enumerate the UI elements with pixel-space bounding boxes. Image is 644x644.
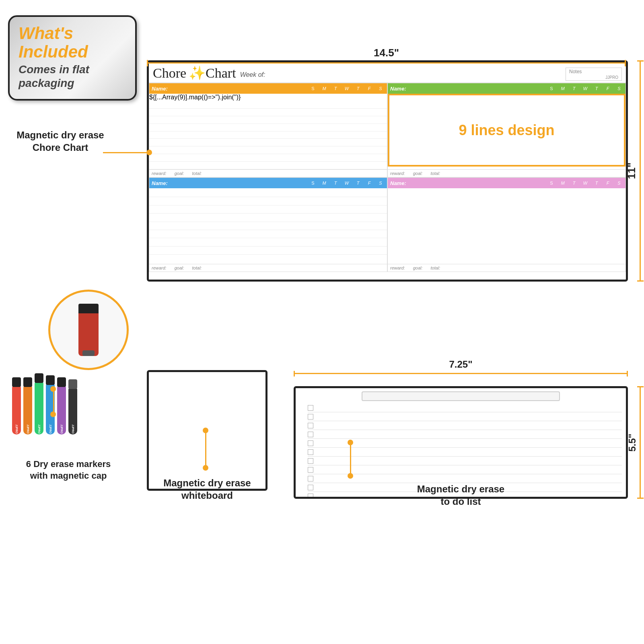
whats-included-title: What's Included	[19, 24, 126, 61]
orange-lines: ${[...Array(9)].map(()=>'').join('')}	[149, 94, 387, 169]
chore-chart-label: Magnetic dry eraseChore Chart	[16, 129, 105, 154]
markers-section: JJPRO JJPRO JJPRO JJPRO JJPRO JJPRO	[8, 290, 129, 481]
section-orange-name: Name:	[150, 86, 307, 92]
section-green: Name: S M T W T F S 9 lines design rewar…	[387, 83, 626, 177]
chore-chart-board: Chore ✨Chart Week of: Notes JJPRO Name: …	[147, 60, 628, 282]
nine-lines-text: 9 lines design	[459, 122, 554, 139]
chore-chart-title: Chore	[153, 66, 186, 81]
chore-chart-subtitle: ✨Chart	[189, 65, 236, 81]
small-wb-arrow-line	[205, 430, 206, 467]
brand-text-marker: JJPRO	[15, 424, 18, 434]
week-of-label: Week of:	[240, 71, 265, 78]
chore-arrow-dot	[146, 150, 152, 155]
chore-arrow-line	[103, 152, 149, 153]
chore-chart-label-container: Magnetic dry eraseChore Chart	[16, 129, 105, 154]
markers-row: JJPRO JJPRO JJPRO JJPRO JJPRO JJPRO	[12, 382, 129, 434]
section-green-name: Name:	[389, 86, 546, 92]
nine-lines-overlay: 9 lines design	[388, 94, 625, 167]
markers-arrow-line	[53, 389, 54, 413]
todo-height-text: 5.5"	[627, 434, 638, 452]
markers-arrow-dot2	[50, 412, 56, 417]
chore-width-text: 14.5"	[374, 47, 399, 59]
todo-board	[294, 386, 628, 499]
chore-height-text: 11"	[625, 163, 638, 179]
chore-chart-width-label: 14.5"	[147, 47, 626, 66]
notes-label: Notes	[569, 69, 582, 74]
marker-circle	[48, 290, 129, 370]
brand-label: JJPRO	[569, 75, 618, 80]
whats-included-box: What's Included Comes in flatpackaging	[8, 15, 137, 101]
section-orange: Name: S M T W T F S ${[...Array(9)].map(…	[149, 83, 387, 177]
chore-chart-height-dimension: 11"	[625, 60, 641, 282]
todo-header-bar	[362, 391, 560, 401]
whiteboard-width-text: 7.25"	[449, 359, 472, 370]
todo-arrow-line	[350, 442, 351, 475]
small-wb-arrow-dot2	[203, 465, 208, 471]
todo-arrow-dot2	[348, 473, 353, 479]
section-blue: Name: S M T W T F S reward:	[149, 177, 387, 272]
markers-label: 6 Dry erase markerswith magnetic cap	[8, 459, 129, 481]
section-blue-name: Name:	[150, 180, 307, 186]
whiteboard-label: Magnetic dry erasewhiteboard	[147, 477, 267, 502]
todo-height-dimension: 5.5"	[627, 386, 641, 499]
whiteboard-width-label: 7.25"	[294, 359, 628, 377]
todo-label: Magnetic dry eraseto do list	[294, 483, 628, 508]
whats-included-subtitle: Comes in flatpackaging	[19, 63, 126, 90]
section-pink: Name: S M T W T F S reward: goal: total:	[387, 177, 626, 272]
section-pink-name: Name:	[389, 180, 546, 186]
